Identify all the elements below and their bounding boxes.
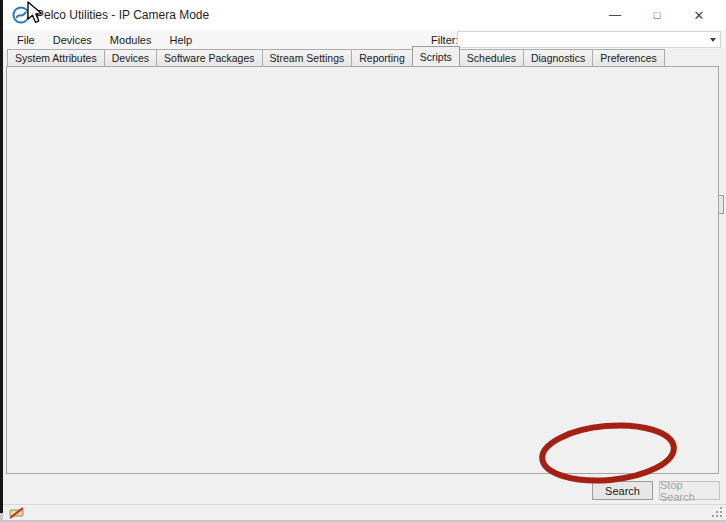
- menu-modules[interactable]: Modules: [101, 32, 161, 48]
- tab-strip: System Attributes Devices Software Packa…: [7, 49, 664, 66]
- menu-help[interactable]: Help: [160, 32, 201, 48]
- tab-schedules[interactable]: Schedules: [459, 49, 524, 66]
- connection-status-icon: [8, 507, 26, 519]
- minimize-button[interactable]: —: [594, 0, 636, 30]
- tab-stream-settings[interactable]: Stream Settings: [262, 49, 353, 66]
- tab-preferences[interactable]: Preferences: [592, 49, 665, 66]
- window-controls: — □ ✕: [594, 0, 720, 30]
- tab-scripts[interactable]: Scripts: [412, 46, 460, 66]
- filter-label: Filter:: [431, 34, 459, 46]
- title-bar: Pelco Utilities - IP Camera Mode — □ ✕: [3, 0, 726, 31]
- close-button[interactable]: ✕: [678, 0, 720, 30]
- tab-reporting[interactable]: Reporting: [351, 49, 413, 66]
- scripts-tab-page: [6, 66, 719, 474]
- filter-combobox[interactable]: [457, 31, 721, 48]
- tab-diagnostics[interactable]: Diagnostics: [523, 49, 593, 66]
- tab-devices[interactable]: Devices: [104, 49, 157, 66]
- chevron-down-icon: [710, 38, 716, 42]
- tab-system-attributes[interactable]: System Attributes: [7, 49, 105, 66]
- menu-devices[interactable]: Devices: [44, 32, 101, 48]
- maximize-button[interactable]: □: [636, 0, 678, 30]
- screenshot-edge-artifact: [0, 0, 3, 513]
- window-title: Pelco Utilities - IP Camera Mode: [36, 8, 209, 22]
- menu-file[interactable]: File: [8, 32, 44, 48]
- pelco-logo-icon: [12, 6, 30, 24]
- stop-search-button: Stop Search: [659, 481, 720, 500]
- app-screen: Pelco Utilities - IP Camera Mode — □ ✕ F…: [0, 0, 726, 522]
- tab-software-packages[interactable]: Software Packages: [156, 49, 262, 66]
- search-button[interactable]: Search: [592, 481, 653, 500]
- resize-grip[interactable]: [720, 515, 722, 517]
- status-bar: [3, 504, 726, 520]
